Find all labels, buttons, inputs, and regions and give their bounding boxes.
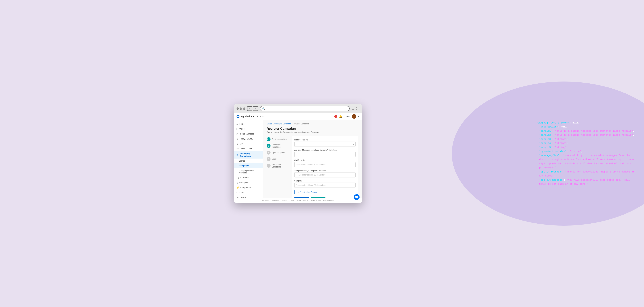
step-4: 4 Legal [267,156,289,162]
app-wrapper: SignalWire ▾ ☰ > Main 1 🔔 ? Help ▾ [234,113,362,202]
signalwire-logo[interactable]: SignalWire ▾ [236,115,254,118]
sidebar-item-integrations[interactable]: ⚡ Integrations [234,185,263,190]
call-to-action-group: Call To Action ℹ [294,159,356,167]
sidebar-item-ai-agents[interactable]: ◯ AI Agents [234,175,263,180]
sidebar-label-cxml: cXML / LaML [241,148,253,150]
sidebar-item-dialogflow[interactable]: ◇ Dialogflow [234,180,263,185]
browser-nav: ‹ › [247,106,258,111]
code-line-11-key: "opt_out_message" [539,179,564,182]
code-line-8-key: "dynamic_templates" [539,150,567,153]
api-icon: </> [236,191,240,194]
code-line-9-key: "message_flow" [539,154,560,157]
code-line-5-key: "sample3" [539,138,552,140]
sidebar-label-dialogflow: Dialogflow [240,182,249,184]
bookmark-icon[interactable]: ☆ [352,107,354,110]
page-breadcrumb: Start a Messaging Campaign / Register Ca… [267,123,358,125]
cxml-icon: </> [236,148,240,150]
sample2-input[interactable] [294,182,356,188]
video-icon: ▶ [236,128,238,130]
sidebar-label-home: Home [239,123,244,125]
footer-guides[interactable]: Guides [282,200,287,201]
app-footer: About Us API Docs Guides Legal Privacy P… [234,198,362,202]
sidebar-label-sip: SIP [240,142,243,145]
sidebar-item-video[interactable]: ▶ Video [234,126,263,131]
sidebar-label-integrations: Integrations [240,186,251,189]
user-avatar[interactable] [352,114,356,119]
sidebar-item-relay-swml[interactable]: ☰ Relay / SWML [234,136,263,141]
sidebar-item-brands[interactable]: Brands [234,158,263,163]
sidebar-item-home[interactable]: ⌂ Home [234,122,263,126]
sample1-info-icon[interactable]: ℹ [325,170,326,172]
sample2-group: Sample 2 [294,180,356,188]
code-line-1-key: "campaign_verify_token" [536,122,570,124]
dynamic-info-icon[interactable]: ℹ [329,149,330,151]
sidebar-item-cxml-laml[interactable]: </> cXML / LaML [234,146,263,151]
number-pooling-group: Number Pooling ℹ ▼ [294,139,356,147]
breadcrumb-link[interactable]: Start a Messaging Campaign [267,123,292,125]
dynamic-optional: Optional [330,149,337,151]
top-bar: SignalWire ▾ ☰ > Main 1 🔔 ? Help ▾ [234,113,362,120]
footer-about[interactable]: About Us [262,200,269,201]
footer-privacy[interactable]: Privacy Policy [297,200,308,201]
sidebar-item-api[interactable]: </> API [234,190,263,195]
dynamic-templates-input[interactable] [294,152,356,157]
sidebar-label-relay: Relay / SWML [240,138,253,140]
add-sample-label: + Add Another Sample [298,191,318,193]
call-to-action-input[interactable] [294,162,356,167]
step-1: 1 ✓ Basic Information [267,136,289,142]
cta-info-icon[interactable]: ℹ [306,159,307,162]
footer-api-docs[interactable]: API Docs [272,200,279,201]
sidebar-item-usage[interactable]: ▤ Usage [234,195,263,198]
topbar-breadcrumb: ☰ > Main [256,115,266,118]
step-5-label: Terms and Conditions [272,164,289,168]
sip-icon: ◻ [236,142,238,145]
sidebar-item-campaign-phone-numbers[interactable]: Campaign Phone Numbers [234,168,263,175]
sidebar-label-api: API [241,191,244,194]
dynamic-templates-group: Are Your Message Templates Dynamic? ℹ Op… [294,149,356,157]
breadcrumb-current: Register Campaign [293,123,310,125]
sample1-input[interactable] [294,172,356,178]
brand-dropdown-icon[interactable]: ▾ [253,115,254,118]
browser-search-bar[interactable]: 🔍 [260,106,350,111]
step-5-circle: 5 [267,164,270,168]
help-button[interactable]: ? Help [344,115,350,118]
sidebar-label-campaign-phone-numbers: Campaign Phone Numbers [239,170,260,174]
footer-cookie[interactable]: Cookie Policy [323,200,334,201]
sidebar-item-phone-numbers[interactable]: # Phone Numbers [234,131,263,136]
footer-legal[interactable]: Legal [290,200,294,201]
number-pooling-info-icon[interactable]: ℹ [309,139,310,141]
sw-logo-icon [236,115,240,118]
number-pooling-select[interactable] [294,142,356,147]
top-bar-right: 1 🔔 ? Help ▾ [334,114,360,119]
usage-icon: ▤ [236,196,238,198]
browser-back-button[interactable]: ‹ [247,106,252,111]
browser-window: ‹ › 🔍 ☆ ⛶ SignalWire ▾ ☰ > Ma [234,104,362,202]
footer-terms[interactable]: Terms of Use [310,200,321,201]
step-2-circle: 2 [267,144,270,148]
sidebar-item-campaigns[interactable]: Campaigns [234,163,263,168]
chat-icon: 💬 [355,196,358,199]
code-line-10-key: "opt_in_message" [539,170,562,173]
phone-icon: # [236,132,238,135]
sidebar-item-sip[interactable]: ◻ SIP [234,141,263,146]
maximize-icon[interactable]: ⛶ [356,107,360,110]
notification-badge[interactable]: 1 [334,115,337,118]
step-5: 5 Terms and Conditions [267,162,289,169]
step-3-circle: 3 [267,151,270,154]
sidebar-item-messaging-campaigns[interactable]: ✉ Messaging Campaigns [234,151,263,158]
breadcrumb-separator: > [260,115,261,118]
steps-list: 1 ✓ Basic Information 2 Campaign Templat… [267,136,289,198]
app-body: ⌂ Home ▶ Video # Phone Numbers ☰ Relay /… [234,120,362,198]
integrations-icon: ⚡ [236,186,239,189]
svg-point-0 [237,116,239,117]
browser-forward-button[interactable]: › [253,106,258,111]
help-icon: ? [344,115,345,118]
ai-icon: ◯ [236,176,239,179]
sw-svg [237,116,239,117]
add-sample-button[interactable]: + + Add Another Sample [294,190,320,194]
sidebar-label-phone-numbers: Phone Numbers [239,132,254,135]
sidebar-label-campaigns: Campaigns [239,165,250,167]
browser-dots [236,108,245,110]
chat-bubble-button[interactable]: 💬 [354,194,360,200]
sample1-label: Sample Message Template/Content ℹ [294,170,356,172]
